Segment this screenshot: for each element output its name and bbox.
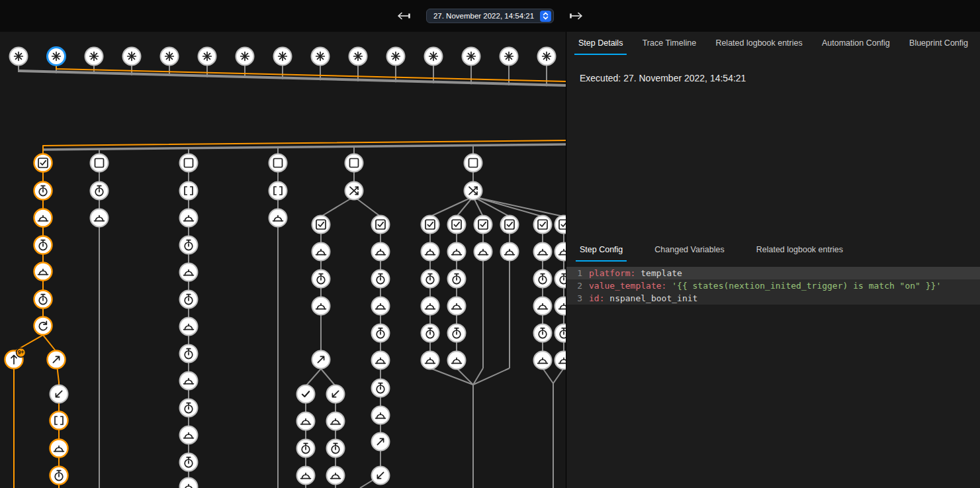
node-dome[interactable] <box>372 407 390 424</box>
previous-run-button[interactable] <box>393 9 414 23</box>
node-dome[interactable] <box>312 243 330 261</box>
node-timer[interactable] <box>534 270 552 288</box>
node-refresh[interactable] <box>34 317 52 335</box>
node-timer[interactable] <box>534 324 552 342</box>
node-split[interactable] <box>345 182 363 200</box>
node-arrow-downleft[interactable] <box>372 467 390 485</box>
node-dome[interactable] <box>534 297 552 315</box>
node-timer[interactable] <box>372 270 390 288</box>
tab-blueprint-config[interactable]: Blueprint Config <box>905 38 972 55</box>
node-checkbox[interactable] <box>534 216 552 234</box>
node-dome[interactable] <box>448 297 466 315</box>
tab-related-logbook-entries[interactable]: Related logbook entries <box>752 245 847 262</box>
node-square[interactable] <box>91 154 109 172</box>
node-dome[interactable] <box>448 352 466 369</box>
node-dome[interactable] <box>372 243 390 261</box>
node-split[interactable] <box>465 182 482 200</box>
node-asterisk[interactable] <box>48 48 66 66</box>
node-dome[interactable] <box>91 209 109 227</box>
tab-trace-timeline[interactable]: Trace Timeline <box>639 38 701 55</box>
node-brackets[interactable] <box>180 182 198 200</box>
node-timer[interactable] <box>372 379 390 397</box>
node-checkbox[interactable] <box>448 216 466 234</box>
tab-step-details[interactable]: Step Details <box>574 38 627 55</box>
node-dome[interactable] <box>372 297 390 315</box>
node-dome[interactable] <box>180 264 198 281</box>
node-dome[interactable] <box>422 352 439 369</box>
node-asterisk[interactable] <box>463 48 480 66</box>
node-dome[interactable] <box>34 209 52 227</box>
node-timer[interactable] <box>555 270 566 288</box>
node-asterisk[interactable] <box>312 48 330 66</box>
node-brackets[interactable] <box>50 412 68 430</box>
node-dome[interactable] <box>34 263 52 281</box>
node-dome[interactable] <box>180 478 198 488</box>
node-dome[interactable] <box>555 297 566 315</box>
node-dome[interactable] <box>555 352 566 369</box>
node-asterisk[interactable] <box>85 48 103 66</box>
node-asterisk[interactable] <box>236 48 254 66</box>
node-square[interactable] <box>180 154 198 172</box>
node-timer[interactable] <box>422 324 439 342</box>
node-dome[interactable] <box>297 413 315 430</box>
node-dome[interactable] <box>422 243 439 261</box>
tab-changed-variables[interactable]: Changed Variables <box>650 245 728 262</box>
tab-automation-config[interactable]: Automation Config <box>818 38 894 55</box>
node-arrow-up[interactable]: 9+ <box>5 348 26 369</box>
node-asterisk[interactable] <box>387 48 405 66</box>
node-asterisk[interactable] <box>199 48 216 66</box>
node-timer[interactable] <box>448 324 466 342</box>
node-dome[interactable] <box>312 297 330 315</box>
node-dome[interactable] <box>501 243 519 261</box>
node-asterisk[interactable] <box>425 48 443 66</box>
node-asterisk[interactable] <box>274 48 292 66</box>
node-dome[interactable] <box>180 426 198 444</box>
node-checkbox[interactable] <box>474 216 492 234</box>
node-dome[interactable] <box>422 297 439 315</box>
node-dome[interactable] <box>327 467 345 485</box>
next-run-button[interactable] <box>566 9 587 23</box>
node-square[interactable] <box>345 154 363 172</box>
node-dome[interactable] <box>269 209 287 227</box>
node-arrow-upright[interactable] <box>372 433 390 451</box>
node-checkbox[interactable] <box>372 216 390 234</box>
node-dome[interactable] <box>180 209 198 227</box>
node-timer[interactable] <box>372 324 390 342</box>
node-asterisk[interactable] <box>123 48 141 66</box>
node-asterisk[interactable] <box>500 48 518 66</box>
node-asterisk[interactable] <box>10 48 28 66</box>
node-timer[interactable] <box>555 324 566 342</box>
node-timer[interactable] <box>180 399 198 417</box>
tab-related-logbook-entries[interactable]: Related logbook entries <box>711 38 806 55</box>
node-brackets[interactable] <box>269 182 287 200</box>
node-dome[interactable] <box>327 413 345 430</box>
node-dome[interactable] <box>297 467 315 485</box>
node-timer[interactable] <box>34 291 52 309</box>
tab-step-config[interactable]: Step Config <box>576 245 627 262</box>
node-checkbox[interactable] <box>34 154 52 172</box>
node-dome[interactable] <box>372 352 390 369</box>
node-dome[interactable] <box>180 372 198 390</box>
node-timer[interactable] <box>34 236 52 254</box>
node-timer[interactable] <box>180 236 198 254</box>
node-timer[interactable] <box>180 454 198 471</box>
node-check[interactable] <box>297 385 315 403</box>
node-arrow-upright[interactable] <box>48 351 66 369</box>
node-dome[interactable] <box>534 352 552 369</box>
run-select[interactable]: 27. November 2022, 14:54:21 <box>426 9 554 23</box>
node-dome[interactable] <box>180 318 198 336</box>
node-timer[interactable] <box>312 270 330 288</box>
node-timer[interactable] <box>422 270 439 288</box>
node-timer[interactable] <box>297 440 315 458</box>
node-dome[interactable] <box>555 243 566 261</box>
node-dome[interactable] <box>474 243 492 261</box>
node-asterisk[interactable] <box>161 48 179 66</box>
node-timer[interactable] <box>34 182 52 200</box>
node-arrow-downleft[interactable] <box>327 385 345 403</box>
node-timer[interactable] <box>448 270 466 288</box>
node-dome[interactable] <box>534 243 552 261</box>
node-dome[interactable] <box>50 440 68 458</box>
node-timer[interactable] <box>327 440 345 458</box>
node-timer[interactable] <box>50 467 68 485</box>
node-checkbox[interactable] <box>312 216 330 234</box>
